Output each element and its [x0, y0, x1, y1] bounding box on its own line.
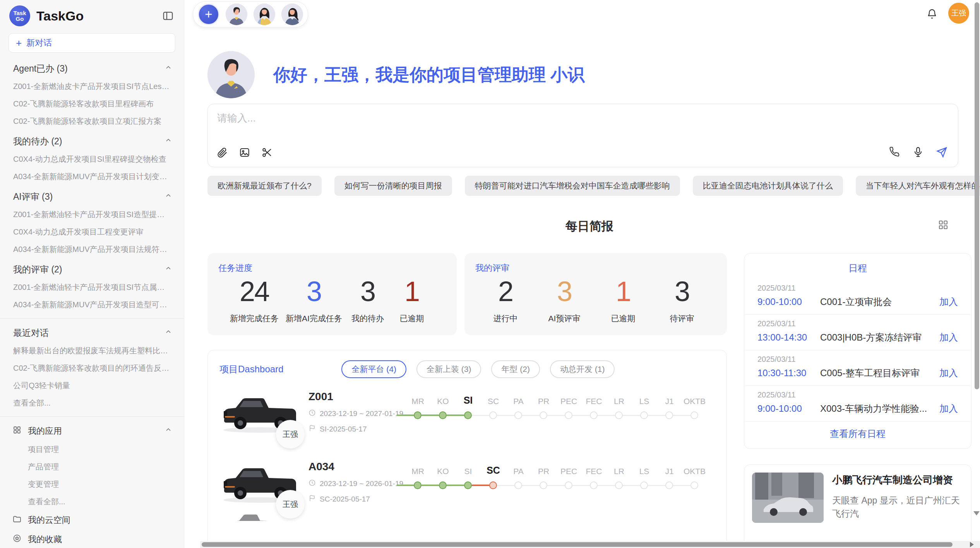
conversation-item[interactable]: C0X4-动力总成开发项目工程变更评审: [0, 223, 184, 241]
project-image: 王强: [219, 459, 308, 509]
schedule-time: 9:00-10:00: [757, 296, 820, 307]
conversation-item[interactable]: 解释最新出台的欧盟报废车法规再生塑料比例被调至15%...: [0, 342, 184, 360]
image-icon[interactable]: [239, 147, 250, 160]
sidebar-item-project-mgmt[interactable]: 项目管理: [0, 441, 184, 458]
section-header-my-todo[interactable]: 我的待办 (2): [0, 132, 184, 151]
paperclip-icon[interactable]: [216, 147, 228, 160]
suggestion-chip[interactable]: 比亚迪全固态电池计划具体说了什么: [693, 176, 843, 196]
milestone-dot: [540, 411, 547, 419]
layout-grid-icon[interactable]: [937, 219, 949, 232]
section-header-agent-done[interactable]: Agent已办 (3): [0, 59, 184, 78]
conversation-item[interactable]: C02-飞腾新能源轻客改款项目里程碑画布: [0, 95, 184, 113]
milestone-label: PA: [506, 393, 531, 406]
stat-value: 1: [605, 276, 642, 308]
chevron-up-icon: [164, 426, 172, 436]
user-avatar[interactable]: 王强: [948, 3, 969, 24]
filter-chip[interactable]: 年型 (2): [491, 360, 540, 378]
suggestion-chip[interactable]: 如何写一份清晰的项目周报: [334, 176, 452, 196]
chat-input[interactable]: [216, 112, 837, 125]
avatar[interactable]: [281, 3, 303, 25]
folder-icon: [12, 514, 22, 526]
phone-icon[interactable]: [889, 146, 901, 159]
stat-value: 1: [393, 276, 430, 308]
news-card[interactable]: 小鹏飞行汽车制造公司增资 天眼查 App 显示，近日广州汇天飞行汽: [744, 464, 971, 548]
project-dates: 2023-12-19 ~ 2027-01-19: [308, 409, 405, 418]
filter-chip[interactable]: 全新上装 (3): [416, 360, 481, 378]
section-header-my-review[interactable]: 我的评审 (2): [0, 260, 184, 279]
conversation-item[interactable]: Z001-全新燃油轻卡产品开发项目SI造型提交物评审: [0, 206, 184, 223]
conversation-item[interactable]: C0X4-动力总成开发项目SI里程碑提交物检查: [0, 151, 184, 168]
view-all-conversations[interactable]: 查看全部...: [0, 394, 184, 412]
new-chat-button[interactable]: + 新对话: [9, 33, 175, 53]
suggestion-chip[interactable]: 欧洲新规最近颁布了什么?: [207, 176, 322, 196]
sidebar-item-my-apps[interactable]: 我的应用: [0, 421, 184, 441]
section-title: AI评审 (3): [13, 191, 53, 203]
conversation-item[interactable]: A034-全新新能源MUV产品开发项目法规符合性评审: [0, 241, 184, 258]
card-title: 任务进度: [218, 262, 441, 274]
project-row[interactable]: 王强 Z001 2023-12-19 ~ 2027-01-19: [219, 389, 715, 445]
sidebar-item-cloud-space[interactable]: 我的云空间: [0, 510, 184, 530]
send-icon[interactable]: [935, 146, 948, 160]
view-all-apps[interactable]: 查看全部...: [0, 493, 184, 510]
conversation-item[interactable]: A034-全新新能源MUV产品开发项目计划变更表编写: [0, 168, 184, 185]
milestone-label: LS: [632, 463, 657, 476]
conversation-item[interactable]: Z001-全新燃油皮卡产品开发项目SI节点Lesson Learn报告: [0, 78, 184, 95]
owner-name: 王强: [283, 429, 298, 440]
horizontal-scrollbar[interactable]: [200, 541, 980, 548]
sidebar-toggle-icon[interactable]: [162, 10, 174, 22]
view-all-schedule[interactable]: 查看所有日程: [744, 421, 971, 446]
join-link[interactable]: 加入: [934, 402, 958, 415]
milestone-dot: [414, 411, 421, 419]
avatar[interactable]: [226, 3, 247, 25]
suggestion-chip[interactable]: 特朗普可能对进口汽车增税会对中国车企造成哪些影响: [465, 176, 680, 196]
add-member-button[interactable]: [198, 3, 219, 25]
project-row[interactable]: 王强 A034 2023-12-19 ~ 2026-01-19: [219, 459, 715, 515]
schedule-time: 9:00-10:00: [757, 403, 820, 414]
scissors-icon[interactable]: [261, 147, 273, 160]
mic-icon[interactable]: [912, 146, 924, 159]
milestone-label: SI: [456, 393, 481, 406]
sidebar-item-favorites[interactable]: 我的收藏: [0, 530, 184, 548]
sidebar-header: Task Go TaskGo: [0, 0, 184, 29]
section-title: 我的评审 (2): [13, 264, 62, 276]
milestone-dot: [514, 411, 522, 419]
horizontal-scrollbar-thumb[interactable]: [202, 542, 953, 547]
milestone-label: SC: [481, 393, 506, 406]
briefing-header: 每日简报: [207, 218, 971, 235]
milestone-dot: [514, 481, 522, 489]
divider: [0, 416, 184, 417]
stat-value: 3: [349, 276, 386, 308]
filter-chip[interactable]: 全新平台 (4): [341, 360, 406, 378]
project-owner-badge: 王强: [276, 420, 305, 449]
stat-value: 3: [546, 276, 583, 308]
sidebar-item-change-mgmt[interactable]: 变更管理: [0, 476, 184, 493]
suggestion-chip[interactable]: 当下年轻人对汽车外观有怎样的喜好趋势: [856, 176, 980, 196]
scroll-right-arrow[interactable]: [970, 542, 974, 547]
conversation-item[interactable]: Z001-全新燃油轻卡产品开发项目SI节点属性5D文件评审: [0, 279, 184, 296]
sidebar-item-product-mgmt[interactable]: 产品管理: [0, 458, 184, 476]
join-link[interactable]: 加入: [934, 367, 958, 379]
chevron-up-icon: [164, 264, 172, 275]
section-header-ai-review[interactable]: AI评审 (3): [0, 187, 184, 206]
bell-icon[interactable]: [927, 9, 937, 21]
milestone-dot: [665, 481, 673, 489]
scroll-down-arrow[interactable]: [973, 511, 980, 515]
dashboard-title: 项目Dashboard: [219, 363, 283, 375]
vertical-scrollbar-thumb[interactable]: [975, 2, 979, 389]
briefing-columns: 任务进度 24 新增完成任务 3 新增AI完成任务: [207, 253, 971, 548]
milestone-label: SC: [481, 463, 506, 476]
join-link[interactable]: 加入: [934, 296, 958, 308]
conversation-item[interactable]: C02-飞腾新能源轻客改款项目的闭环通告反馈情况: [0, 360, 184, 377]
stat-value: 24: [230, 276, 279, 308]
conversation-item[interactable]: C02-飞腾新能源轻客改款项目立项汇报方案: [0, 113, 184, 130]
filter-chip[interactable]: 动总开发 (1): [550, 360, 615, 378]
conversation-item[interactable]: 公司Q3轻卡销量: [0, 377, 184, 394]
avatar[interactable]: [254, 3, 275, 25]
join-link[interactable]: 加入: [934, 331, 958, 344]
stat-label: 新增AI完成任务: [286, 313, 342, 324]
chevron-up-icon: [164, 328, 172, 338]
section-header-recent[interactable]: 最近对话: [0, 323, 184, 342]
milestone-label: J1: [657, 393, 682, 406]
stat: 1 已逾期: [393, 276, 430, 324]
conversation-item[interactable]: A034-全新新能源MUV产品开发项目造型可行性评审: [0, 296, 184, 313]
